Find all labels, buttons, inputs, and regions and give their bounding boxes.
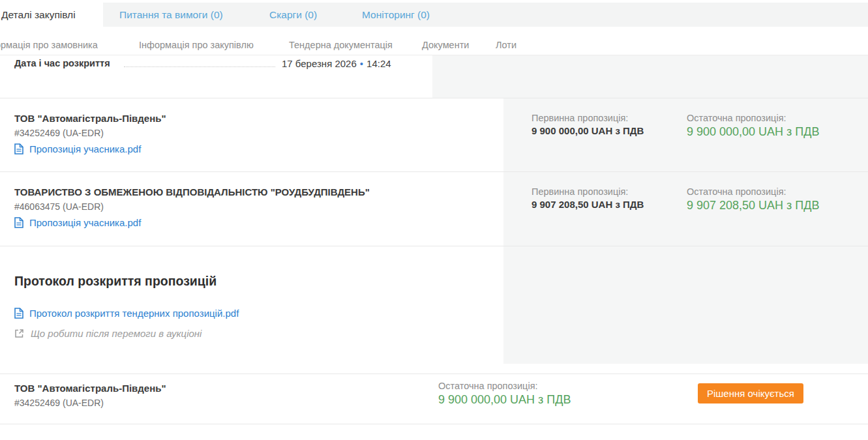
document-icon [14, 217, 23, 228]
disclosure-time: 14:24 [367, 58, 391, 69]
tab-monitoring[interactable]: Моніторинг (0) [362, 3, 430, 27]
section-gray-panel [503, 246, 868, 364]
initial-bid-value: 9 907 208,50 UAH з ПДВ [531, 199, 644, 210]
initial-bid-column: Первинна пропозиція: 9 907 208,50 UAH з … [531, 186, 644, 210]
disclosure-date-value: 17 березня 2026•14:24 [282, 58, 391, 69]
subnav-tender-docs[interactable]: Тендерна документація [289, 40, 393, 54]
external-link-icon [14, 329, 24, 338]
tab-complaints[interactable]: Скарги (0) [269, 3, 317, 27]
initial-bid-label: Первинна пропозиція: [531, 113, 644, 123]
subnav-lots[interactable]: Лоти [496, 40, 516, 54]
disclosure-date: 17 березня 2026 [282, 58, 357, 69]
final-bid-label: Остаточна пропозиція: [438, 381, 571, 391]
bid-row: ТОВ "Автомагістраль-Південь" #34252469 (… [0, 98, 868, 171]
bidder-edr-code: #34252469 (UA-EDR) [14, 128, 104, 138]
bidder-name: ТОВАРИСТВО З ОБМЕЖЕНОЮ ВІДПОВІДАЛЬНІСТЮ … [14, 186, 370, 198]
final-bid-label: Остаточна пропозиція: [687, 113, 820, 123]
bullet-separator: • [360, 58, 363, 69]
bidder-name: ТОВ "Автомагістраль-Південь" [14, 383, 166, 394]
divider [0, 424, 868, 424]
bid-document-link[interactable]: Пропозиція учасника.pdf [14, 143, 141, 154]
subnav-buyer-info[interactable]: Інформація про замовника [0, 40, 98, 54]
final-bid-label: Остаточна пропозиція: [687, 186, 820, 197]
document-icon [14, 308, 23, 319]
disclosure-protocol-section: Протокол розкриття пропозицій Протокол р… [0, 246, 868, 374]
dotted-leader [124, 66, 275, 67]
final-bid-column: Остаточна пропозиція: 9 907 208,50 UAH з… [687, 186, 820, 213]
tab-purchase-details[interactable]: Деталі закупівлі [0, 3, 103, 27]
what-to-do-after-win-label: Що робити після перемоги в аукціоні [31, 328, 202, 339]
final-bid-column: Остаточна пропозиція: 9 900 000,00 UAH з… [438, 381, 571, 407]
award-status-badge: Рішення очікується [698, 383, 803, 403]
award-row: ТОВ "Автомагістраль-Південь" #34252469 (… [0, 374, 868, 424]
subnav-documents[interactable]: Документи [422, 40, 469, 54]
final-bid-value: 9 900 000,00 UAH з ПДВ [687, 125, 820, 139]
final-bid-value: 9 900 000,00 UAH з ПДВ [438, 393, 571, 407]
tab-questions[interactable]: Питання та вимоги (0) [119, 3, 223, 27]
document-icon [14, 143, 23, 154]
protocol-section-title: Протокол розкриття пропозицій [14, 274, 217, 289]
disclosure-date-row: Дата і час розкриття 17 березня 2026•14:… [0, 55, 868, 98]
protocol-document-label: Протокол розкриття тендерних пропозицій.… [29, 308, 239, 319]
final-bid-value: 9 907 208,50 UAH з ПДВ [687, 199, 820, 213]
initial-bid-value: 9 900 000,00 UAH з ПДВ [531, 125, 644, 136]
initial-bid-label: Первинна пропозиція: [531, 186, 644, 197]
disclosure-date-label: Дата і час розкриття [14, 58, 110, 68]
bid-row: ТОВАРИСТВО З ОБМЕЖЕНОЮ ВІДПОВІДАЛЬНІСТЮ … [0, 172, 868, 246]
bidder-edr-code: #46063475 (UA-EDR) [14, 201, 104, 212]
bidder-edr-code: #34252469 (UA-EDR) [14, 398, 104, 408]
subnav-purchase-info[interactable]: Інформація про закупівлю [139, 40, 254, 54]
final-bid-column: Остаточна пропозиція: 9 900 000,00 UAH з… [687, 113, 820, 139]
bid-document-label: Пропозиція учасника.pdf [29, 143, 141, 154]
bidder-name: ТОВ "Автомагістраль-Південь" [14, 113, 166, 124]
initial-bid-column: Первинна пропозиція: 9 900 000,00 UAH з … [531, 113, 644, 136]
protocol-document-link[interactable]: Протокол розкриття тендерних пропозицій.… [14, 308, 239, 319]
what-to-do-after-win-link[interactable]: Що робити після перемоги в аукціоні [14, 328, 202, 339]
bid-document-link[interactable]: Пропозиція учасника.pdf [14, 217, 141, 228]
row-gray-panel [432, 55, 868, 98]
bid-document-label: Пропозиція учасника.pdf [29, 217, 141, 228]
